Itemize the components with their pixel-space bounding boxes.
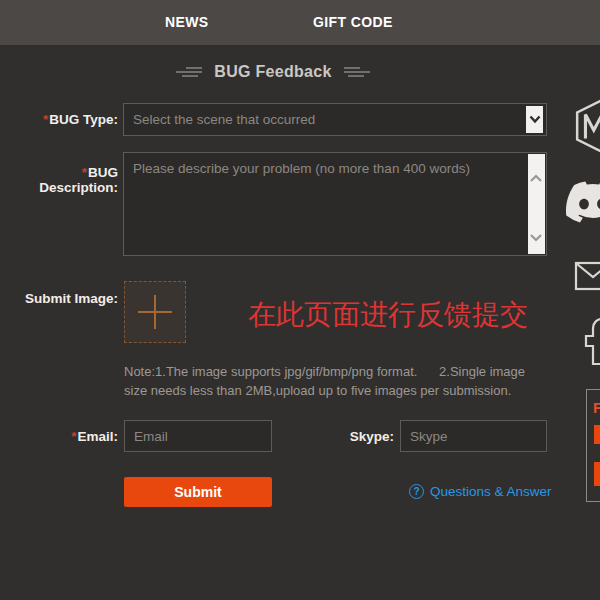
email-label: *Email:	[0, 429, 118, 444]
side-panel: F	[586, 389, 600, 502]
required-marker: *	[82, 165, 87, 180]
nav-item-gift-code[interactable]: GIFT CODE	[313, 14, 393, 30]
discord-icon[interactable]	[566, 181, 600, 223]
bug-type-placeholder: Select the scene that occurred	[133, 112, 315, 127]
skype-input[interactable]	[401, 421, 546, 451]
side-panel-button[interactable]	[594, 462, 600, 486]
questions-answer-link[interactable]: ? Questions & Answer	[409, 484, 552, 499]
scroll-up-icon[interactable]	[529, 174, 543, 183]
bug-description-label: *BUG Description:	[0, 165, 118, 195]
questions-answer-label: Questions & Answer	[430, 484, 552, 499]
title-deco-left-icon	[174, 65, 204, 79]
bug-description-field	[123, 152, 547, 256]
skype-field	[400, 420, 547, 452]
facebook-icon[interactable]	[579, 316, 600, 366]
side-panel-button[interactable]	[594, 425, 600, 444]
feedback-overlay-text: 在此页面进行反馈提交	[248, 296, 528, 334]
required-marker: *	[71, 429, 76, 444]
email-field	[124, 420, 272, 452]
select-dropdown-button[interactable]	[526, 106, 543, 133]
title-deco-right-icon	[342, 65, 372, 79]
email-input[interactable]	[125, 421, 271, 451]
skype-label: Skype:	[276, 429, 394, 444]
bug-type-label: *BUG Type:	[0, 112, 118, 127]
m-logo-icon[interactable]	[574, 99, 600, 153]
nav-item-news[interactable]: NEWS	[165, 14, 209, 30]
page-title-row: BUG Feedback	[0, 60, 546, 84]
plus-icon	[136, 293, 174, 331]
page-title: BUG Feedback	[214, 63, 331, 81]
textarea-scrollbar[interactable]	[528, 154, 545, 254]
image-upload-button[interactable]	[124, 281, 186, 343]
required-marker: *	[43, 112, 48, 127]
mail-icon[interactable]	[574, 261, 600, 293]
bug-feedback-page: NEWS GIFT CODE BUG Feedback *BUG Type: S…	[0, 0, 600, 600]
bug-description-textarea[interactable]	[124, 153, 546, 255]
scroll-down-icon[interactable]	[529, 233, 543, 242]
chevron-down-icon	[529, 115, 541, 124]
submit-image-label: Submit Image:	[0, 291, 118, 306]
side-panel-heading: F	[593, 399, 600, 416]
top-nav: NEWS GIFT CODE	[0, 0, 600, 45]
upload-note: Note:1.The image supports jpg/gif/bmp/pn…	[124, 362, 544, 400]
bug-type-select[interactable]: Select the scene that occurred	[123, 103, 547, 136]
submit-button[interactable]: Submit	[124, 477, 272, 507]
question-circle-icon: ?	[409, 484, 424, 499]
